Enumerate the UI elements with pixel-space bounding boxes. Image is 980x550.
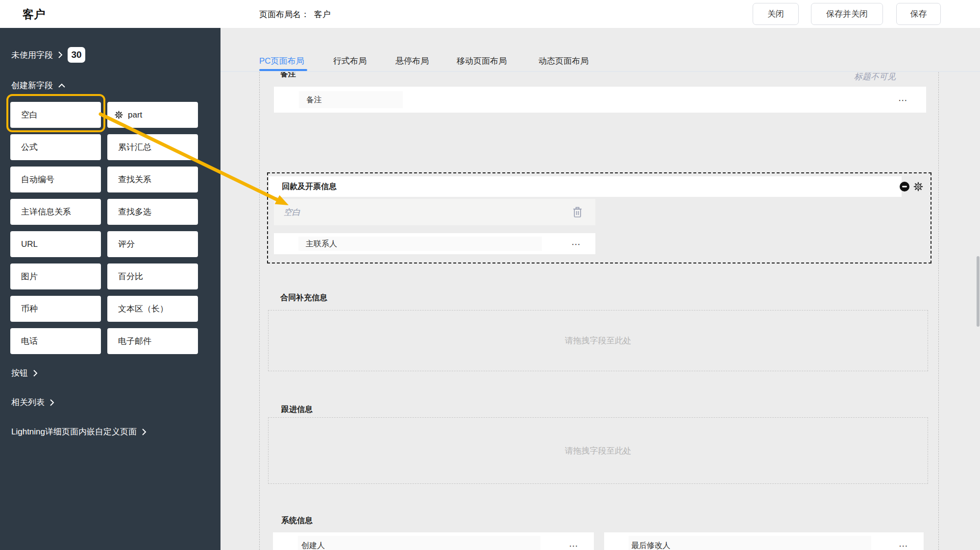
field-label: 创建人	[301, 540, 325, 550]
tab-hover-layout[interactable]: 悬停布局	[395, 51, 429, 71]
field-type-formula[interactable]: 公式	[10, 134, 101, 160]
field-label: 备注	[306, 95, 322, 105]
trash-icon[interactable]	[572, 207, 583, 218]
field-last-modified-by[interactable]: 最后修改人 ⋯	[604, 532, 924, 550]
related-lists-group-label: 相关列表	[11, 397, 45, 408]
chevron-right-icon	[33, 369, 38, 377]
tab-row-layout[interactable]: 行式布局	[333, 51, 367, 71]
field-type-url[interactable]: URL	[10, 231, 101, 257]
page-layout-editor: 客户 页面布局名：客户 关闭 保存并关闭 保存 未使用字段 30 创建新字段 空…	[0, 0, 980, 550]
field-label: 主联系人	[306, 239, 337, 249]
more-icon[interactable]: ⋯	[898, 95, 908, 104]
sidebar-group-related-lists[interactable]: 相关列表	[11, 397, 54, 408]
field-type-grid: 空白 part 公式 累计汇总 自动编号 查找关系 主详信息关系	[10, 102, 198, 354]
sidebar-group-buttons[interactable]: 按钮	[11, 367, 38, 379]
section-title-contract: 合同补充信息	[280, 293, 327, 303]
chevron-up-icon	[58, 83, 66, 88]
field-label: 最后修改人	[631, 540, 670, 550]
save-button[interactable]: 保存	[896, 3, 941, 25]
field-type-rollup[interactable]: 累计汇总	[107, 134, 198, 160]
field-type-masterdetail[interactable]: 主详信息关系	[10, 199, 101, 225]
gear-icon	[114, 110, 123, 120]
field-type-part[interactable]: part	[107, 102, 198, 128]
field-type-currency[interactable]: 币种	[10, 296, 101, 322]
page-title: 客户	[23, 7, 45, 22]
field-type-multilookup[interactable]: 查找多选	[107, 199, 198, 225]
lightning-group-label: Lightning详细页面内嵌自定义页面	[11, 426, 137, 437]
layout-name: 页面布局名：客户	[259, 9, 331, 20]
title-hidden-note: 标题不可见	[854, 72, 896, 82]
dropzone-placeholder: 请拖拽字段至此处	[565, 335, 632, 346]
dropzone-contract[interactable]: 请拖拽字段至此处	[268, 310, 928, 371]
dropzone-follow-up[interactable]: 请拖拽字段至此处	[268, 417, 928, 484]
field-type-autonumber[interactable]: 自动编号	[10, 167, 101, 192]
section-title-payment-invoice: 回款及开票信息	[282, 182, 337, 192]
field-primary-contact[interactable]: 主联系人 ⋯	[274, 233, 595, 254]
layout-canvas: PC页面布局 行式布局 悬停布局 移动页面布局 动态页面布局 备注 标题不可见 …	[220, 28, 980, 550]
sidebar-group-lightning[interactable]: Lightning详细页面内嵌自定义页面	[11, 426, 147, 437]
tab-pc-layout[interactable]: PC页面布局	[259, 51, 304, 71]
layout-name-label: 页面布局名：	[259, 10, 309, 19]
field-type-phone[interactable]: 电话	[10, 328, 101, 354]
field-type-longtext[interactable]: 文本区（长）	[107, 296, 198, 322]
field-type-part-label: part	[128, 110, 142, 120]
create-field-label: 创建新字段	[11, 80, 53, 91]
save-and-close-button[interactable]: 保存并关闭	[811, 3, 883, 25]
field-type-image[interactable]: 图片	[10, 263, 101, 289]
tab-mobile-layout[interactable]: 移动页面布局	[457, 51, 507, 71]
region-border-left	[259, 72, 260, 550]
field-value-strip	[298, 536, 540, 550]
unused-fields-label: 未使用字段	[11, 49, 53, 61]
unused-fields-toggle[interactable]: 未使用字段 30	[11, 47, 85, 63]
layout-name-value: 客户	[314, 10, 331, 19]
tab-dynamic-layout[interactable]: 动态页面布局	[539, 51, 588, 71]
region-border-right	[938, 72, 939, 550]
more-icon[interactable]: ⋯	[569, 541, 579, 550]
field-type-blank[interactable]: 空白	[10, 102, 101, 128]
collapse-minus-icon[interactable]	[899, 181, 910, 192]
field-created-by[interactable]: 创建人 ⋯	[273, 532, 594, 550]
section-payment-invoice[interactable]: 回款及开票信息 空白	[267, 172, 931, 263]
section-title-follow-up: 跟进信息	[281, 405, 313, 415]
field-blank-placeholder[interactable]: 空白	[274, 199, 595, 225]
canvas-scroll-viewport[interactable]: 备注 标题不可见 备注 ⋯ 回款及开票信息	[220, 72, 980, 550]
field-type-rating[interactable]: 评分	[107, 231, 198, 257]
buttons-group-label: 按钮	[11, 367, 28, 379]
section-title-system: 系统信息	[281, 516, 313, 526]
section-settings-gear-icon[interactable]	[913, 181, 924, 192]
field-type-email[interactable]: 电子邮件	[107, 328, 198, 354]
field-type-lookup[interactable]: 查找关系	[107, 167, 198, 192]
chevron-right-icon	[49, 399, 54, 407]
more-icon[interactable]: ⋯	[899, 541, 909, 550]
section-header: 回款及开票信息	[269, 176, 902, 197]
field-type-percent[interactable]: 百分比	[107, 263, 198, 289]
vertical-scrollbar-thumb[interactable]	[977, 256, 980, 327]
chevron-right-icon	[58, 51, 63, 59]
create-field-toggle[interactable]: 创建新字段	[11, 80, 66, 91]
field-notes[interactable]: 备注 ⋯	[274, 87, 926, 113]
section-title-notes: 备注	[280, 72, 296, 79]
sidebar: 未使用字段 30 创建新字段 空白	[0, 28, 220, 550]
close-button[interactable]: 关闭	[753, 3, 799, 25]
chevron-right-icon	[142, 428, 147, 436]
dropzone-placeholder: 请拖拽字段至此处	[565, 445, 632, 456]
more-icon[interactable]: ⋯	[571, 239, 582, 248]
blank-field-label: 空白	[284, 207, 300, 218]
unused-fields-count: 30	[68, 47, 85, 63]
app-header: 客户 页面布局名：客户 关闭 保存并关闭 保存	[0, 0, 980, 28]
